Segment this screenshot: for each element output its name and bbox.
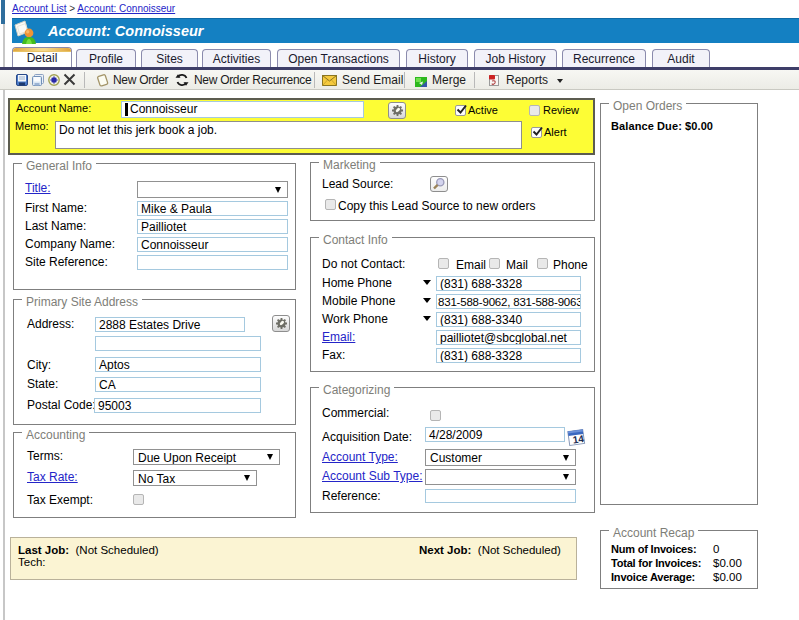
- svg-text:14: 14: [572, 433, 585, 446]
